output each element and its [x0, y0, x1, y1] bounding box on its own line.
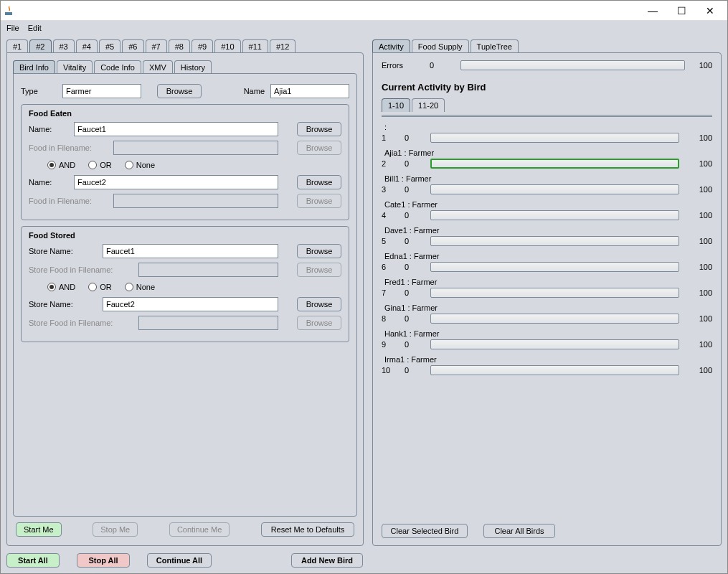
food-eaten-section: Food Eaten Name: Browse Food in Filename…: [21, 104, 349, 220]
bird-item: Gina1 : Farmer80100: [382, 304, 712, 324]
inner-tab-4[interactable]: History: [174, 60, 212, 74]
top-tabs: #1#2#3#4#5#6#7#8#9#10#11#12: [6, 39, 364, 53]
bird-label: Bill1 : Farmer: [382, 174, 712, 183]
close-button[interactable]: ✕: [696, 2, 724, 19]
bird-item: Cate1 : Farmer40100: [382, 200, 712, 220]
top-tab-0[interactable]: #1: [6, 39, 28, 53]
fe-radio-and[interactable]: [47, 161, 56, 169]
bird-max: 100: [692, 340, 712, 349]
type-input[interactable]: [62, 84, 141, 98]
bird-label: Edna1 : Farmer: [382, 252, 712, 260]
fs-radio-none[interactable]: [125, 283, 133, 291]
right-tab-2[interactable]: TupleTree: [471, 39, 519, 53]
bird-item: Dave1 : Farmer50100: [382, 226, 712, 246]
bird-index: 3: [382, 185, 392, 194]
top-tab-3[interactable]: #4: [76, 39, 98, 53]
stop-all-button[interactable]: Stop All: [77, 553, 130, 568]
fe-name1-input[interactable]: [74, 122, 278, 136]
right-tab-0[interactable]: Activity: [372, 39, 410, 53]
start-me-button[interactable]: Start Me: [16, 522, 62, 537]
page-tabs: 1-1011-20: [382, 98, 712, 112]
inner-tab-3[interactable]: XMV: [143, 60, 173, 74]
maximize-button[interactable]: ☐: [667, 2, 696, 19]
menu-edit[interactable]: Edit: [28, 24, 42, 32]
top-tab-1[interactable]: #2: [29, 39, 51, 53]
fs-sfif2-browse: Browse: [297, 316, 341, 330]
bird-value: 0: [405, 185, 417, 194]
reset-me-button[interactable]: Reset Me to Defaults: [261, 522, 354, 537]
errors-max: 100: [699, 61, 712, 70]
bird-label: Dave1 : Farmer: [382, 226, 712, 235]
bird-max: 100: [692, 185, 712, 194]
fe-name2-input[interactable]: [74, 175, 278, 189]
clear-selected-button[interactable]: Clear Selected Bird: [382, 524, 468, 538]
errors-label: Errors: [382, 61, 403, 70]
top-tab-4[interactable]: #5: [99, 39, 120, 53]
start-all-button[interactable]: Start All: [6, 553, 60, 568]
bird-value: 0: [405, 237, 417, 245]
top-tab-10[interactable]: #11: [242, 39, 268, 53]
fe-fif1-browse: Browse: [297, 141, 341, 155]
java-icon: [4, 5, 15, 17]
fe-name-label: Name:: [29, 125, 68, 133]
right-tabs: ActivityFood SupplyTupleTree: [372, 39, 722, 53]
add-new-bird-button[interactable]: Add New Bird: [291, 553, 363, 568]
inner-tab-1[interactable]: Vitality: [57, 60, 93, 74]
top-tab-2[interactable]: #3: [53, 39, 75, 53]
top-tab-6[interactable]: #7: [146, 39, 167, 53]
bird-index: 5: [382, 237, 392, 245]
page-tab-1[interactable]: 11-20: [412, 98, 445, 112]
top-tab-11[interactable]: #12: [270, 39, 296, 53]
bird-progress: [430, 339, 679, 349]
bird-label: :: [382, 123, 712, 131]
fs-sfif1-browse: Browse: [297, 263, 341, 277]
fe-fif-label1: Food in Filename:: [29, 144, 108, 152]
type-label: Type: [21, 87, 57, 95]
fe-name2-label: Name:: [29, 178, 68, 187]
fs-browse2-button[interactable]: Browse: [297, 297, 341, 311]
fs-browse1-button[interactable]: Browse: [297, 244, 341, 258]
fs-radio-and[interactable]: [47, 283, 56, 291]
bird-label: Gina1 : Farmer: [382, 304, 712, 312]
fe-fif1-input: [113, 141, 278, 155]
top-tab-9[interactable]: #10: [214, 39, 240, 53]
right-tab-1[interactable]: Food Supply: [412, 39, 469, 53]
name-input[interactable]: [270, 84, 349, 98]
menu-file[interactable]: File: [6, 24, 19, 32]
minimize-button[interactable]: —: [638, 2, 667, 19]
top-tab-8[interactable]: #9: [192, 39, 213, 53]
fs-name2-input[interactable]: [103, 297, 278, 311]
food-eaten-title: Food Eaten: [29, 109, 341, 118]
fs-sfif1-input: [138, 263, 278, 277]
bird-max: 100: [692, 288, 712, 297]
bird-index: 7: [382, 288, 392, 297]
top-tab-5[interactable]: #6: [122, 39, 143, 53]
bird-progress: [430, 236, 679, 246]
bird-max: 100: [692, 314, 712, 323]
inner-tab-2[interactable]: Code Info: [94, 60, 141, 74]
inner-tabs: Bird InfoVitalityCode InfoXMVHistory: [13, 60, 357, 74]
inner-tab-0[interactable]: Bird Info: [13, 60, 55, 74]
bird-progress: [430, 262, 679, 272]
bird-max: 100: [692, 366, 712, 375]
fe-radio-or[interactable]: [88, 161, 97, 169]
bird-index: 8: [382, 314, 392, 323]
page-tab-0[interactable]: 1-10: [382, 98, 410, 112]
fe-radio-none[interactable]: [125, 161, 133, 169]
top-tab-7[interactable]: #8: [169, 39, 190, 53]
bird-progress: [430, 184, 679, 194]
type-browse-button[interactable]: Browse: [157, 84, 202, 98]
fs-sfif-label2: Store Food in Filename:: [29, 319, 133, 327]
fe-fif2-browse: Browse: [297, 194, 341, 208]
food-stored-section: Food Stored Store Name: Browse Store Foo…: [21, 226, 349, 342]
fs-name1-input[interactable]: [103, 244, 278, 258]
bird-value: 0: [405, 340, 417, 349]
clear-all-button[interactable]: Clear All Birds: [483, 524, 555, 538]
bird-label: Irma1 : Farmer: [382, 355, 712, 364]
bird-max: 100: [692, 159, 712, 168]
continue-all-button[interactable]: Continue All: [147, 553, 212, 568]
fe-browse2-button[interactable]: Browse: [297, 175, 341, 189]
stop-me-button: Stop Me: [93, 522, 138, 537]
fe-browse1-button[interactable]: Browse: [297, 122, 341, 136]
fs-radio-or[interactable]: [88, 283, 97, 291]
